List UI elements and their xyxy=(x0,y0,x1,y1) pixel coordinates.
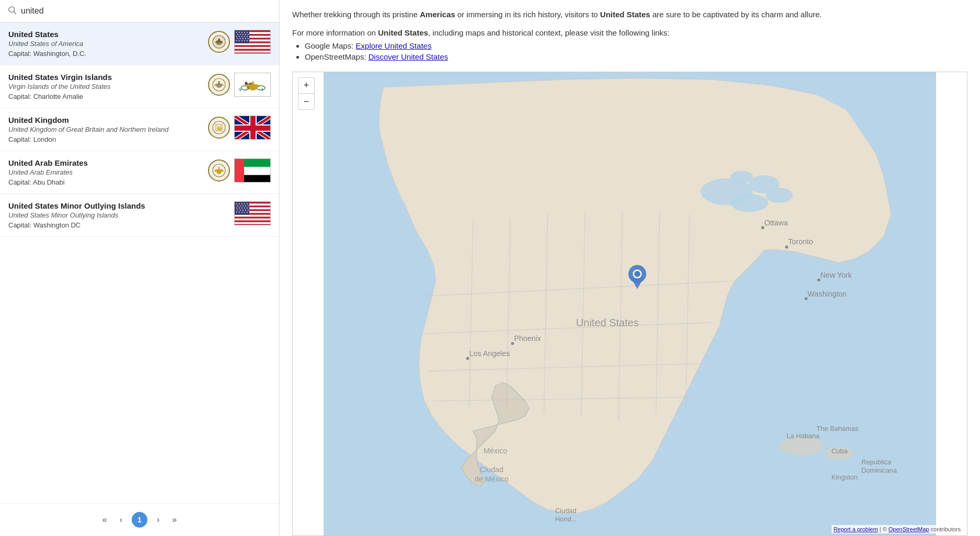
svg-text:Ottawa: Ottawa xyxy=(764,219,788,227)
country-item-uk[interactable]: United Kingdom United Kingdom of Great B… xyxy=(0,108,279,151)
map-controls: + − xyxy=(298,77,315,110)
map-container: + − xyxy=(292,72,967,536)
svg-rect-73 xyxy=(235,215,271,217)
country-item-usvi[interactable]: United States Virgin Islands Virgin Isla… xyxy=(0,65,279,108)
svg-rect-64 xyxy=(244,167,271,175)
country-item-us[interactable]: United States United States of America C… xyxy=(0,22,279,65)
osm-label: OpenStreetMaps: xyxy=(305,52,368,61)
svg-text:Los Angeles: Los Angeles xyxy=(469,349,510,358)
svg-point-115 xyxy=(466,357,469,360)
country-item-usmi[interactable]: United States Minor Outlying Islands Uni… xyxy=(0,194,279,237)
svg-text:Ciudad: Ciudad xyxy=(555,507,577,515)
svg-point-8 xyxy=(218,39,220,41)
zoom-in-button[interactable]: + xyxy=(298,78,314,94)
description-paragraph-1: Whether trekking through its pristine Am… xyxy=(292,8,967,21)
search-input[interactable] xyxy=(21,6,272,16)
svg-text:👑: 👑 xyxy=(216,125,223,131)
svg-text:The Bahamas: The Bahamas xyxy=(816,425,858,432)
country-name-uae: United Arab Emirates xyxy=(8,158,203,167)
report-problem-link[interactable]: Report a problem xyxy=(834,526,878,532)
osm-attribution-link[interactable]: OpenStreetMap xyxy=(889,526,929,532)
next-page-button[interactable]: › xyxy=(154,513,163,527)
link-item-google: Google Maps: Explore United States xyxy=(305,41,967,50)
svg-rect-76 xyxy=(235,220,271,222)
svg-text:de México: de México xyxy=(475,475,509,483)
country-flags-us: ★ ★ ★ ★ ★ ★ ★ ★ ★ ★ ★ ★ ★ ★ ★ ★ ★ ★ ★ ★ … xyxy=(208,30,271,54)
country-formal-usmi: United States Minor Outlying Islands xyxy=(8,211,203,219)
svg-text:México: México xyxy=(483,447,507,455)
country-flags-usmi: ★ ★ ★ ★ ★ ★ ★ ★ ★ ★ ★ ★ ★ ★ ★ ★ ★ ★ ★ ★ … xyxy=(208,201,271,225)
svg-point-89 xyxy=(731,171,753,183)
svg-rect-17 xyxy=(235,45,271,47)
svg-text:Republica: Republica xyxy=(861,458,892,466)
country-formal-uk: United Kingdom of Great Britain and Nort… xyxy=(8,126,203,133)
svg-point-133 xyxy=(635,271,640,277)
uk-flag xyxy=(234,116,271,140)
svg-point-91 xyxy=(766,188,792,203)
svg-rect-63 xyxy=(244,159,271,167)
uae-emblem xyxy=(208,159,230,181)
svg-rect-78 xyxy=(235,224,271,225)
link-item-osm: OpenStreetMaps: Discover United States xyxy=(305,52,967,61)
svg-rect-20 xyxy=(235,51,271,53)
us-flag: ★ ★ ★ ★ ★ ★ ★ ★ ★ ★ ★ ★ ★ ★ ★ ★ ★ ★ ★ ★ … xyxy=(234,30,271,54)
links-intro: For more information on United States, i… xyxy=(292,28,967,37)
svg-rect-18 xyxy=(235,47,271,49)
svg-rect-74 xyxy=(235,216,271,219)
country-formal-us: United States of America xyxy=(8,40,203,48)
country-capital-uae: Capital: Abu Dhabi xyxy=(8,178,203,186)
svg-text:Toronto: Toronto xyxy=(788,237,813,246)
svg-point-90 xyxy=(731,194,768,212)
country-info-us: United States United States of America C… xyxy=(8,30,203,58)
usvi-flag: 🦅 V I xyxy=(234,73,271,97)
first-page-button[interactable]: « xyxy=(99,513,110,527)
right-panel: Whether trekking through its pristine Am… xyxy=(280,0,980,536)
country-info-uae: United Arab Emirates United Arab Emirate… xyxy=(8,158,203,186)
svg-text:Washington: Washington xyxy=(808,290,847,298)
current-page: 1 xyxy=(132,512,147,528)
zoom-out-button[interactable]: − xyxy=(298,94,314,109)
country-list: United States United States of America C… xyxy=(0,22,279,503)
uk-emblem: 👑 xyxy=(208,117,230,139)
map-svg: Ottawa Toronto New York Washington Los A… xyxy=(293,72,967,535)
svg-point-117 xyxy=(511,342,514,345)
google-maps-link[interactable]: Explore United States xyxy=(356,41,432,50)
country-formal-uae: United Arab Emirates xyxy=(8,168,203,176)
svg-rect-65 xyxy=(244,175,271,183)
country-flags-usvi: 🦅 V I xyxy=(208,73,271,97)
svg-point-107 xyxy=(762,226,765,229)
country-flags-uk: 👑 xyxy=(208,116,271,140)
svg-point-61 xyxy=(218,167,220,168)
svg-rect-19 xyxy=(235,49,271,51)
country-info-usvi: United States Virgin Islands Virgin Isla… xyxy=(8,73,203,100)
last-page-button[interactable]: » xyxy=(169,513,180,527)
osm-link[interactable]: Discover United States xyxy=(368,52,448,61)
country-info-usmi: United States Minor Outlying Islands Uni… xyxy=(8,201,203,229)
country-flags-uae xyxy=(208,158,271,183)
prev-page-button[interactable]: ‹ xyxy=(117,513,125,527)
svg-rect-75 xyxy=(235,219,271,221)
svg-text:La Habana: La Habana xyxy=(787,432,820,440)
left-panel: United States United States of America C… xyxy=(0,0,280,536)
map-attribution: Report a problem | © OpenStreetMap contr… xyxy=(832,525,963,533)
svg-text:V: V xyxy=(239,87,242,92)
svg-text:United States: United States xyxy=(576,317,639,328)
country-item-uae[interactable]: United Arab Emirates United Arab Emirate… xyxy=(0,151,279,194)
svg-rect-77 xyxy=(235,222,271,224)
country-name-usvi: United States Virgin Islands xyxy=(8,73,203,82)
svg-line-1 xyxy=(14,12,16,14)
svg-text:Cuba: Cuba xyxy=(832,447,848,455)
svg-text:Dominicana: Dominicana xyxy=(861,466,897,474)
svg-point-111 xyxy=(817,278,821,281)
search-icon xyxy=(7,5,17,17)
country-info-uk: United Kingdom United Kingdom of Great B… xyxy=(8,116,203,143)
svg-point-109 xyxy=(785,246,788,249)
svg-rect-16 xyxy=(235,43,271,45)
search-box xyxy=(0,0,279,22)
svg-rect-62 xyxy=(235,159,244,183)
svg-rect-55 xyxy=(235,126,271,131)
usmi-flag: ★ ★ ★ ★ ★ ★ ★ ★ ★ ★ ★ ★ ★ ★ ★ ★ ★ ★ ★ ★ … xyxy=(234,201,271,225)
country-formal-usvi: Virgin Islands of the United States xyxy=(8,83,203,90)
svg-text:Phoenix: Phoenix xyxy=(514,334,541,343)
svg-text:★ ★ ★ ★ ★ ★: ★ ★ ★ ★ ★ ★ xyxy=(236,211,251,213)
